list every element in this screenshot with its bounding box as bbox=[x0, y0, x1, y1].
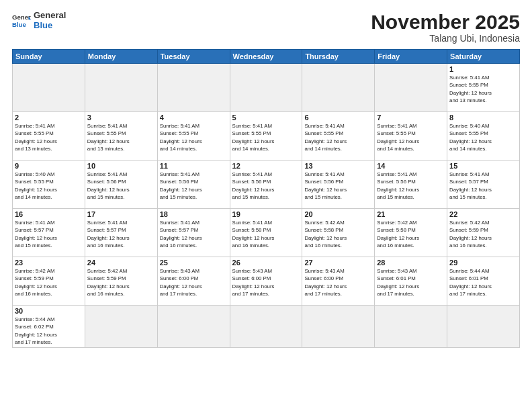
calendar-cell bbox=[375, 306, 447, 348]
svg-text:Blue: Blue bbox=[12, 21, 26, 28]
date-number: 8 bbox=[449, 113, 517, 122]
calendar-cell: 23Sunrise: 5:42 AMSunset: 5:59 PMDayligh… bbox=[13, 257, 85, 306]
location: Talang Ubi, Indonesia bbox=[371, 33, 520, 44]
sun-info: Sunrise: 5:43 AMSunset: 6:00 PMDaylight:… bbox=[232, 267, 300, 298]
sun-info: Sunrise: 5:40 AMSunset: 5:55 PMDaylight:… bbox=[15, 171, 83, 201]
date-number: 26 bbox=[232, 259, 300, 267]
calendar-cell: 17Sunrise: 5:41 AMSunset: 5:57 PMDayligh… bbox=[85, 209, 157, 257]
page-header: General Blue General Blue November 2025 … bbox=[12, 11, 520, 44]
calendar-cell: 26Sunrise: 5:43 AMSunset: 6:00 PMDayligh… bbox=[230, 257, 302, 306]
date-number: 24 bbox=[87, 259, 155, 267]
sun-info: Sunrise: 5:42 AMSunset: 5:58 PMDaylight:… bbox=[377, 219, 445, 249]
sun-info: Sunrise: 5:41 AMSunset: 5:56 PMDaylight:… bbox=[304, 171, 372, 201]
calendar-cell: 11Sunrise: 5:41 AMSunset: 5:56 PMDayligh… bbox=[157, 161, 230, 209]
sun-info: Sunrise: 5:42 AMSunset: 5:59 PMDaylight:… bbox=[87, 267, 155, 298]
date-number: 3 bbox=[87, 113, 155, 122]
date-number: 1 bbox=[449, 65, 517, 73]
day-header-monday: Monday bbox=[85, 50, 157, 64]
date-number: 13 bbox=[304, 162, 372, 170]
date-number: 10 bbox=[87, 162, 155, 170]
calendar-cell bbox=[447, 306, 520, 348]
sun-info: Sunrise: 5:41 AMSunset: 5:57 PMDaylight:… bbox=[160, 219, 228, 249]
calendar-cell: 25Sunrise: 5:43 AMSunset: 6:00 PMDayligh… bbox=[157, 257, 230, 306]
date-number: 7 bbox=[377, 113, 445, 122]
sun-info: Sunrise: 5:41 AMSunset: 5:56 PMDaylight:… bbox=[87, 171, 155, 201]
day-header-tuesday: Tuesday bbox=[157, 50, 230, 64]
date-number: 11 bbox=[160, 162, 228, 170]
calendar-cell: 13Sunrise: 5:41 AMSunset: 5:56 PMDayligh… bbox=[302, 161, 375, 209]
sun-info: Sunrise: 5:41 AMSunset: 5:56 PMDaylight:… bbox=[377, 171, 445, 201]
calendar-cell: 6Sunrise: 5:41 AMSunset: 5:55 PMDaylight… bbox=[302, 112, 375, 161]
calendar-cell bbox=[85, 64, 157, 112]
calendar-cell bbox=[230, 306, 302, 348]
date-number: 20 bbox=[304, 210, 372, 218]
date-number: 17 bbox=[87, 210, 155, 218]
calendar-cell bbox=[302, 64, 375, 112]
date-number: 4 bbox=[160, 113, 228, 122]
calendar-cell: 9Sunrise: 5:40 AMSunset: 5:55 PMDaylight… bbox=[13, 161, 85, 209]
sun-info: Sunrise: 5:41 AMSunset: 5:55 PMDaylight:… bbox=[449, 74, 517, 104]
calendar-cell: 19Sunrise: 5:41 AMSunset: 5:58 PMDayligh… bbox=[230, 209, 302, 257]
calendar-cell: 4Sunrise: 5:41 AMSunset: 5:55 PMDaylight… bbox=[157, 112, 230, 161]
sun-info: Sunrise: 5:41 AMSunset: 5:56 PMDaylight:… bbox=[160, 171, 228, 201]
sun-info: Sunrise: 5:41 AMSunset: 5:55 PMDaylight:… bbox=[304, 122, 372, 152]
calendar-cell bbox=[302, 306, 375, 348]
sun-info: Sunrise: 5:43 AMSunset: 6:00 PMDaylight:… bbox=[160, 267, 228, 298]
sun-info: Sunrise: 5:44 AMSunset: 6:02 PMDaylight:… bbox=[15, 316, 83, 346]
date-number: 9 bbox=[15, 162, 83, 170]
calendar-cell: 29Sunrise: 5:44 AMSunset: 6:01 PMDayligh… bbox=[447, 257, 520, 306]
calendar-header-row: SundayMondayTuesdayWednesdayThursdayFrid… bbox=[13, 50, 520, 64]
calendar-cell: 22Sunrise: 5:42 AMSunset: 5:59 PMDayligh… bbox=[447, 209, 520, 257]
calendar-cell: 30Sunrise: 5:44 AMSunset: 6:02 PMDayligh… bbox=[13, 306, 85, 348]
calendar-cell: 8Sunrise: 5:40 AMSunset: 5:55 PMDaylight… bbox=[447, 112, 520, 161]
calendar: SundayMondayTuesdayWednesdayThursdayFrid… bbox=[12, 49, 520, 348]
calendar-cell bbox=[13, 64, 85, 112]
calendar-cell: 16Sunrise: 5:41 AMSunset: 5:57 PMDayligh… bbox=[13, 209, 85, 257]
date-number: 5 bbox=[232, 113, 300, 122]
sun-info: Sunrise: 5:41 AMSunset: 5:57 PMDaylight:… bbox=[449, 171, 517, 201]
date-number: 28 bbox=[377, 259, 445, 267]
calendar-cell: 12Sunrise: 5:41 AMSunset: 5:56 PMDayligh… bbox=[230, 161, 302, 209]
calendar-cell: 24Sunrise: 5:42 AMSunset: 5:59 PMDayligh… bbox=[85, 257, 157, 306]
date-number: 25 bbox=[160, 259, 228, 267]
sun-info: Sunrise: 5:42 AMSunset: 5:59 PMDaylight:… bbox=[15, 267, 83, 298]
calendar-cell bbox=[230, 64, 302, 112]
calendar-cell: 1Sunrise: 5:41 AMSunset: 5:55 PMDaylight… bbox=[447, 64, 520, 112]
svg-text:General: General bbox=[12, 13, 31, 21]
sun-info: Sunrise: 5:44 AMSunset: 6:01 PMDaylight:… bbox=[449, 267, 517, 298]
calendar-cell: 14Sunrise: 5:41 AMSunset: 5:56 PMDayligh… bbox=[375, 161, 447, 209]
date-number: 16 bbox=[15, 210, 83, 218]
sun-info: Sunrise: 5:40 AMSunset: 5:55 PMDaylight:… bbox=[449, 122, 517, 152]
date-number: 12 bbox=[232, 162, 300, 170]
date-number: 2 bbox=[15, 113, 83, 122]
day-header-sunday: Sunday bbox=[13, 50, 85, 64]
day-header-friday: Friday bbox=[375, 50, 447, 64]
logo: General Blue General Blue bbox=[12, 11, 66, 31]
sun-info: Sunrise: 5:41 AMSunset: 5:57 PMDaylight:… bbox=[15, 219, 83, 249]
date-number: 22 bbox=[449, 210, 517, 218]
date-number: 29 bbox=[449, 259, 517, 267]
date-number: 27 bbox=[304, 259, 372, 267]
day-header-wednesday: Wednesday bbox=[230, 50, 302, 64]
sun-info: Sunrise: 5:41 AMSunset: 5:55 PMDaylight:… bbox=[160, 122, 228, 152]
calendar-cell: 5Sunrise: 5:41 AMSunset: 5:55 PMDaylight… bbox=[230, 112, 302, 161]
sun-info: Sunrise: 5:41 AMSunset: 5:56 PMDaylight:… bbox=[232, 171, 300, 201]
sun-info: Sunrise: 5:41 AMSunset: 5:55 PMDaylight:… bbox=[87, 122, 155, 152]
calendar-cell bbox=[157, 306, 230, 348]
sun-info: Sunrise: 5:41 AMSunset: 5:55 PMDaylight:… bbox=[377, 122, 445, 152]
calendar-cell: 10Sunrise: 5:41 AMSunset: 5:56 PMDayligh… bbox=[85, 161, 157, 209]
logo-blue: Blue bbox=[34, 21, 66, 31]
date-number: 6 bbox=[304, 113, 372, 122]
sun-info: Sunrise: 5:41 AMSunset: 5:57 PMDaylight:… bbox=[87, 219, 155, 249]
calendar-cell bbox=[375, 64, 447, 112]
date-number: 23 bbox=[15, 259, 83, 267]
month-title: November 2025 bbox=[371, 11, 520, 33]
day-header-saturday: Saturday bbox=[447, 50, 520, 64]
calendar-cell: 20Sunrise: 5:42 AMSunset: 5:58 PMDayligh… bbox=[302, 209, 375, 257]
date-number: 19 bbox=[232, 210, 300, 218]
date-number: 21 bbox=[377, 210, 445, 218]
sun-info: Sunrise: 5:41 AMSunset: 5:58 PMDaylight:… bbox=[232, 219, 300, 249]
sun-info: Sunrise: 5:43 AMSunset: 6:00 PMDaylight:… bbox=[304, 267, 372, 298]
calendar-cell: 18Sunrise: 5:41 AMSunset: 5:57 PMDayligh… bbox=[157, 209, 230, 257]
logo-icon: General Blue bbox=[12, 11, 31, 30]
